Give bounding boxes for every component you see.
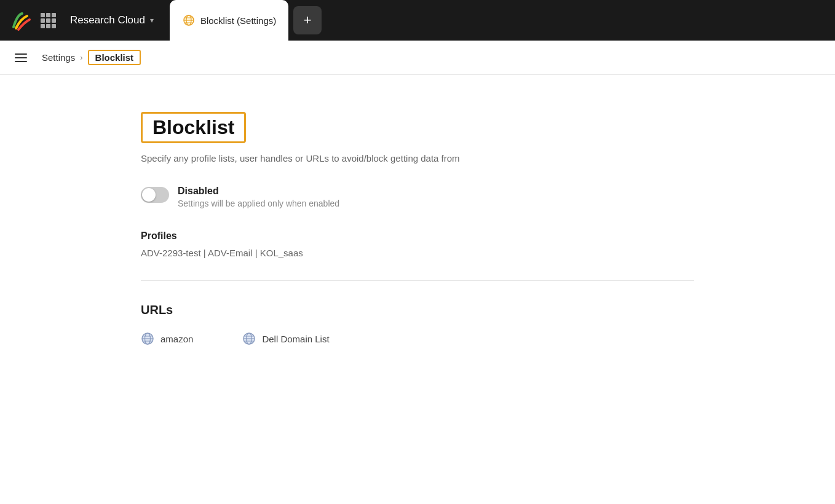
app-name-chevron: ▾ xyxy=(150,16,154,25)
url-globe-icon xyxy=(141,332,154,345)
tab-label: Blocklist (Settings) xyxy=(200,15,276,26)
url-item: Dell Domain List xyxy=(242,332,329,345)
topbar: Research Cloud ▾ Blocklist (Settings) + xyxy=(0,0,835,41)
url-globe-icon xyxy=(242,332,256,345)
url-item: amazon xyxy=(141,332,193,345)
breadcrumb-chevron: › xyxy=(80,53,82,62)
app-logo xyxy=(7,7,33,33)
profiles-value: ADV-2293-test | ADV-Email | KOL_saas xyxy=(141,248,694,258)
grid-dots xyxy=(41,13,56,28)
app-name-label: Research Cloud xyxy=(70,14,145,26)
grid-icon[interactable] xyxy=(38,10,58,30)
new-tab-icon: + xyxy=(304,12,312,28)
page-title: Blocklist xyxy=(152,116,234,139)
hamburger-line xyxy=(15,57,27,58)
app-name[interactable]: Research Cloud ▾ xyxy=(64,14,160,26)
toggle-row: Disabled Settings will be applied only w… xyxy=(141,186,694,208)
urls-section: URLs amazon Dell Domain List xyxy=(141,303,694,345)
tab-globe-icon xyxy=(182,14,196,27)
breadcrumb-settings[interactable]: Settings xyxy=(42,52,75,63)
profiles-section: Profiles ADV-2293-test | ADV-Email | KOL… xyxy=(141,230,694,258)
divider xyxy=(141,280,694,281)
active-tab[interactable]: Blocklist (Settings) xyxy=(170,0,288,41)
breadcrumb-current: Blocklist xyxy=(88,50,141,65)
profiles-title: Profiles xyxy=(141,230,694,242)
enable-toggle[interactable] xyxy=(141,187,169,203)
new-tab-button[interactable]: + xyxy=(293,6,322,34)
breadcrumb-bar: Settings › Blocklist xyxy=(0,41,835,75)
hamburger-line xyxy=(15,61,27,62)
page-description: Specify any profile lists, user handles … xyxy=(141,153,694,163)
toggle-sublabel: Settings will be applied only when enabl… xyxy=(178,199,339,208)
toggle-label: Disabled xyxy=(178,186,339,197)
hamburger-menu[interactable] xyxy=(12,51,30,65)
url-label: Dell Domain List xyxy=(262,334,329,344)
main-content: Blocklist Specify any profile lists, use… xyxy=(141,75,694,370)
url-label: amazon xyxy=(160,334,193,344)
urls-title: URLs xyxy=(141,303,694,317)
page-title-wrapper: Blocklist xyxy=(141,112,246,143)
toggle-text: Disabled Settings will be applied only w… xyxy=(178,186,339,208)
hamburger-line xyxy=(15,53,27,55)
url-items: amazon Dell Domain List xyxy=(141,332,694,345)
toggle-knob xyxy=(142,188,156,202)
